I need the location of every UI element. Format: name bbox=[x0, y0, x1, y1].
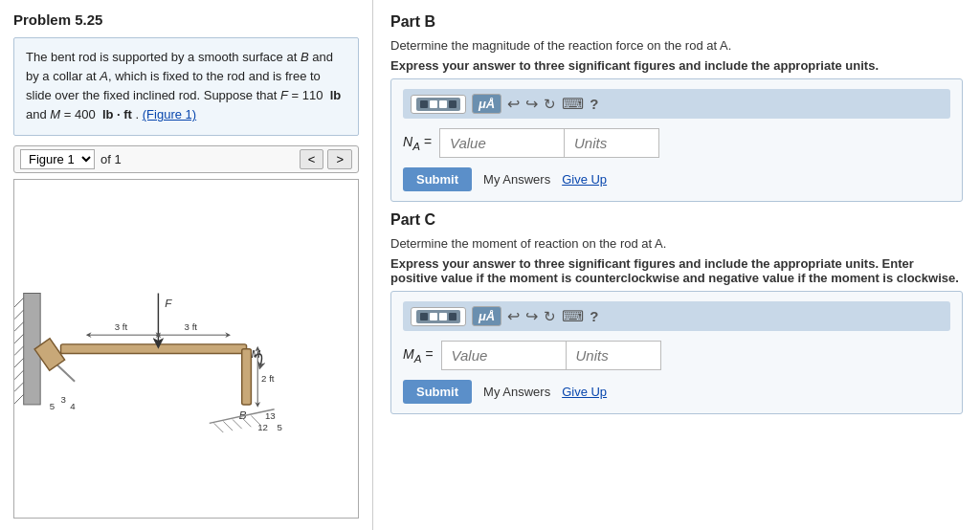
part-b-answer-box: μÅ ↩ ↪ ↻ ⌨ ? NA = Submit My Answers Give… bbox=[390, 78, 963, 202]
figure-link[interactable]: (Figure 1) bbox=[143, 107, 196, 121]
svg-line-8 bbox=[14, 370, 24, 380]
svg-text:2 ft: 2 ft bbox=[261, 372, 275, 383]
part-c-format-button[interactable] bbox=[411, 307, 466, 326]
part-b-section: Part B Determine the magnitude of the re… bbox=[390, 13, 963, 202]
part-b-input-row: NA = bbox=[403, 128, 950, 158]
figure-svg: A F 3 ft 3 ft M 2 ft B bbox=[14, 180, 358, 518]
problem-title: Problem 5.25 bbox=[13, 11, 359, 28]
svg-line-10 bbox=[14, 394, 24, 404]
problem-description: The bent rod is supported by a smooth su… bbox=[13, 37, 359, 136]
svg-rect-21 bbox=[242, 348, 252, 404]
part-c-give-up[interactable]: Give Up bbox=[562, 385, 607, 399]
part-b-instruction1: Determine the magnitude of the reaction … bbox=[390, 38, 963, 53]
part-b-title: Part B bbox=[390, 13, 963, 31]
next-figure-button[interactable]: > bbox=[327, 149, 352, 169]
part-c-undo-button[interactable]: ↩ bbox=[507, 307, 520, 325]
svg-text:4: 4 bbox=[70, 400, 76, 410]
part-c-mu-button[interactable]: μÅ bbox=[472, 306, 501, 326]
part-c-title: Part C bbox=[390, 211, 963, 229]
part-c-submit-button[interactable]: Submit bbox=[403, 380, 472, 404]
part-c-redo-button[interactable]: ↪ bbox=[525, 307, 538, 325]
svg-line-3 bbox=[14, 310, 24, 320]
svg-line-28 bbox=[223, 421, 233, 431]
svg-line-6 bbox=[14, 345, 24, 355]
part-b-toolbar: μÅ ↩ ↪ ↻ ⌨ ? bbox=[403, 89, 950, 119]
part-b-units-input[interactable] bbox=[564, 128, 659, 158]
svg-text:5: 5 bbox=[50, 400, 55, 410]
svg-line-5 bbox=[14, 334, 24, 343]
left-panel: Problem 5.25 The bent rod is supported b… bbox=[0, 0, 373, 530]
part-c-toolbar: μÅ ↩ ↪ ↻ ⌨ ? bbox=[403, 301, 950, 331]
prev-figure-button[interactable]: < bbox=[300, 149, 324, 169]
figure-of: of 1 bbox=[100, 152, 122, 166]
svg-rect-14 bbox=[61, 343, 247, 353]
part-b-undo-button[interactable]: ↩ bbox=[507, 95, 520, 113]
part-b-input-label: NA = bbox=[403, 134, 432, 152]
figure-select[interactable]: Figure 1 bbox=[20, 149, 95, 169]
part-b-value-input[interactable] bbox=[439, 128, 564, 158]
part-b-redo-button[interactable]: ↪ bbox=[525, 95, 538, 113]
svg-text:12: 12 bbox=[257, 422, 268, 432]
part-b-keyboard-button[interactable]: ⌨ bbox=[562, 95, 584, 113]
part-c-value-input[interactable] bbox=[441, 341, 566, 370]
part-b-instruction2: Express your answer to three significant… bbox=[390, 58, 963, 73]
part-b-format-button[interactable] bbox=[411, 95, 466, 114]
svg-text:3: 3 bbox=[61, 394, 66, 405]
part-c-refresh-button[interactable]: ↻ bbox=[544, 308, 556, 325]
svg-text:3 ft: 3 ft bbox=[185, 321, 198, 332]
part-b-give-up[interactable]: Give Up bbox=[562, 172, 607, 187]
figure-box: A F 3 ft 3 ft M 2 ft B bbox=[13, 179, 359, 519]
svg-line-7 bbox=[14, 358, 24, 367]
svg-text:3 ft: 3 ft bbox=[115, 321, 128, 332]
svg-line-9 bbox=[14, 382, 24, 391]
part-c-section: Part C Determine the moment of reaction … bbox=[390, 211, 963, 414]
part-c-instruction2: Express your answer to three significant… bbox=[390, 256, 963, 285]
part-c-input-row: MA = bbox=[403, 341, 950, 370]
part-b-mu-button[interactable]: μÅ bbox=[472, 94, 501, 114]
part-c-instruction1: Determine the moment of reaction on the … bbox=[390, 236, 963, 251]
figure-nav: Figure 1 of 1 < > bbox=[13, 145, 359, 173]
part-b-submit-button[interactable]: Submit bbox=[403, 167, 472, 191]
part-b-my-answers[interactable]: My Answers bbox=[483, 172, 550, 187]
right-panel: Part B Determine the magnitude of the re… bbox=[373, 0, 980, 530]
svg-line-2 bbox=[14, 298, 24, 307]
svg-line-4 bbox=[14, 321, 24, 331]
part-c-keyboard-button[interactable]: ⌨ bbox=[562, 307, 584, 325]
part-c-help-button[interactable]: ? bbox=[590, 308, 598, 324]
format-icon-c bbox=[416, 310, 460, 323]
part-b-refresh-button[interactable]: ↻ bbox=[544, 96, 556, 113]
part-c-my-answers[interactable]: My Answers bbox=[483, 385, 550, 399]
part-c-answer-box: μÅ ↩ ↪ ↻ ⌨ ? MA = Submit My Answers Give… bbox=[390, 291, 963, 414]
part-c-submit-row: Submit My Answers Give Up bbox=[403, 380, 950, 404]
format-icon bbox=[416, 98, 460, 111]
part-c-input-label: MA = bbox=[403, 346, 434, 364]
part-b-submit-row: Submit My Answers Give Up bbox=[403, 167, 950, 191]
svg-text:F: F bbox=[165, 297, 172, 309]
part-c-units-input[interactable] bbox=[566, 341, 661, 370]
svg-line-27 bbox=[214, 423, 224, 432]
svg-text:13: 13 bbox=[265, 410, 276, 421]
svg-text:5: 5 bbox=[278, 422, 282, 432]
part-b-help-button[interactable]: ? bbox=[590, 96, 598, 112]
